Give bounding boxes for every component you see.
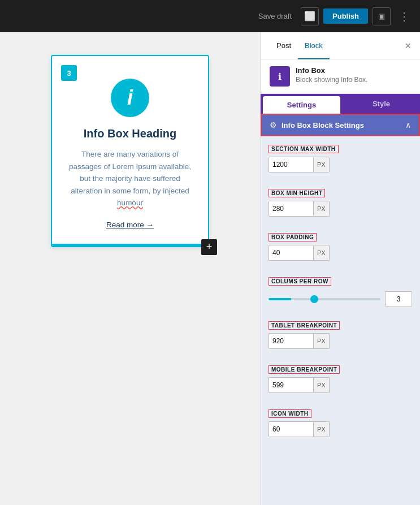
icon-width-input[interactable] — [269, 421, 314, 437]
info-icon: i — [127, 86, 133, 110]
block-type-icon: ℹ — [270, 66, 290, 87]
columns-per-row-slider-row — [261, 291, 420, 307]
box-min-height-input[interactable] — [269, 201, 314, 217]
panel-body: ⚙ Info Box Block Settings ∧ SECTION MAX … — [261, 114, 420, 505]
box-min-height-label: BOX MIN HEIGHT — [269, 189, 325, 197]
icon-width-label: ICON WIDTH — [269, 409, 311, 418]
box-padding-input[interactable] — [269, 245, 314, 261]
icon-width-input-row: PX — [269, 421, 412, 437]
block-info-desc: Block showing Info Box. — [296, 76, 367, 84]
mobile-breakpoint-unit: PX — [314, 377, 330, 393]
box-min-height-unit: PX — [314, 201, 330, 217]
block-body: There are many variations of passages of… — [68, 148, 192, 209]
settings-gear-icon: ⚙ — [270, 120, 277, 130]
box-min-height-field: BOX MIN HEIGHT PX — [261, 180, 420, 225]
more-options-button[interactable]: ⋮ — [395, 7, 413, 25]
section-header[interactable]: ⚙ Info Box Block Settings ∧ — [261, 114, 420, 136]
add-block-button[interactable]: + — [201, 239, 217, 255]
block-info: ℹ Info Box Block showing Info Box. — [261, 59, 420, 94]
chevron-up-icon: ∧ — [405, 120, 411, 130]
section-max-width-label: SECTION MAX WIDTH — [269, 145, 339, 153]
tablet-breakpoint-field: TABLET BREAKPOINT PX — [261, 313, 420, 357]
box-padding-label: BOX PADDING — [269, 233, 317, 241]
columns-per-row-label: COLUMS PER ROW — [269, 277, 331, 286]
tab-post[interactable]: Post — [270, 32, 298, 59]
box-min-height-input-row: PX — [269, 201, 412, 217]
columns-per-row-value-input[interactable] — [385, 291, 412, 307]
tablet-breakpoint-input[interactable] — [269, 333, 314, 349]
right-panel: Post Block × ℹ Info Box Block showing In… — [260, 32, 420, 505]
body-highlight: humour — [117, 198, 143, 207]
panel-header: Post Block × — [261, 32, 420, 59]
box-padding-field: BOX PADDING PX — [261, 225, 420, 269]
tablet-breakpoint-label: TABLET BREAKPOINT — [269, 321, 340, 330]
tab-settings[interactable]: Settings — [263, 96, 340, 114]
settings-style-tabs: Settings Style — [261, 94, 420, 114]
block-icon-circle: i — [111, 79, 149, 117]
mobile-breakpoint-input-row: PX — [269, 377, 412, 393]
icon-width-unit: PX — [314, 421, 330, 437]
save-draft-button[interactable]: Save draft — [254, 8, 296, 24]
sidebar-icon: ▣ — [378, 12, 385, 20]
section-max-width-unit: PX — [314, 157, 330, 172]
section-header-title: Info Box Block Settings — [282, 121, 405, 130]
mobile-breakpoint-field: MOBILE BREAKPOINT PX — [261, 357, 420, 401]
columns-per-row-field: COLUMS PER ROW — [261, 269, 420, 291]
panel-close-button[interactable]: × — [405, 41, 411, 51]
tab-block[interactable]: Block — [298, 32, 330, 59]
canvas-area: 3 i Info Box Heading There are many vari… — [0, 32, 260, 505]
top-bar: Save draft ⬜ Publish ▣ ⋮ — [0, 0, 420, 32]
section-max-width-input[interactable] — [269, 157, 314, 172]
tablet-breakpoint-unit: PX — [314, 333, 330, 349]
publish-button[interactable]: Publish — [323, 8, 368, 24]
bottom-border — [52, 244, 208, 246]
main-layout: 3 i Info Box Heading There are many vari… — [0, 32, 420, 505]
block-info-name: Info Box — [296, 66, 367, 75]
section-max-width-field: SECTION MAX WIDTH PX — [261, 136, 420, 180]
tab-style[interactable]: Style — [343, 94, 420, 114]
box-padding-unit: PX — [314, 245, 330, 261]
mobile-breakpoint-label: MOBILE BREAKPOINT — [269, 365, 340, 374]
more-icon: ⋮ — [399, 10, 410, 23]
block-number: 3 — [61, 65, 77, 81]
read-more-link[interactable]: Read more → — [68, 221, 192, 229]
mobile-breakpoint-input[interactable] — [269, 377, 314, 393]
block-heading: Info Box Heading — [68, 127, 192, 140]
sidebar-toggle-button[interactable]: ▣ — [373, 7, 391, 25]
section-max-width-input-row: PX — [269, 157, 412, 172]
layout-icon: ⬜ — [304, 11, 315, 21]
tablet-breakpoint-input-row: PX — [269, 333, 412, 349]
layout-icon-button[interactable]: ⬜ — [301, 7, 319, 25]
block-card: 3 i Info Box Heading There are many vari… — [51, 55, 209, 247]
body-text2: by injected — [153, 187, 189, 195]
info-box-icon: ℹ — [278, 71, 282, 82]
columns-per-row-slider[interactable] — [269, 298, 380, 300]
box-padding-input-row: PX — [269, 245, 412, 261]
icon-width-field: ICON WIDTH PX — [261, 401, 420, 445]
